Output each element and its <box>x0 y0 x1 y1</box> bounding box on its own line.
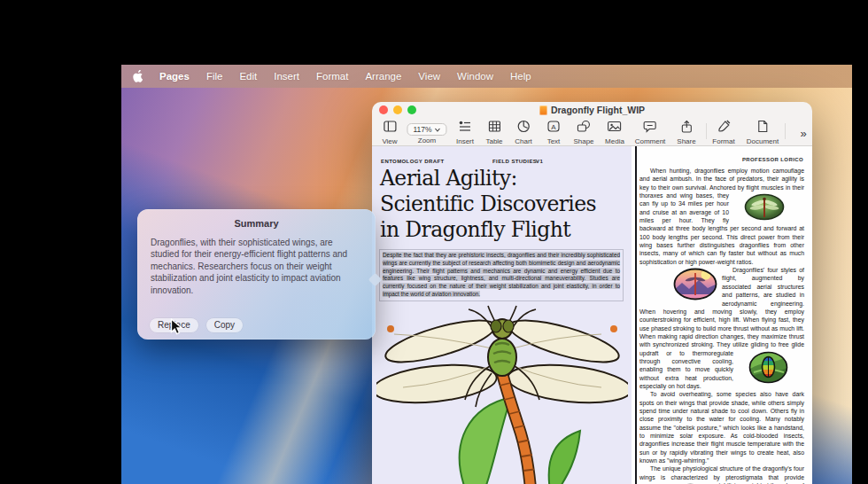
wing-lower-left <box>376 360 499 408</box>
window-title-bar: Dragonfly Flight_WIP <box>372 102 812 118</box>
mouse-cursor <box>170 318 183 335</box>
selected-text-box[interactable]: Despite the fact that they are prehistor… <box>379 249 624 301</box>
double-chevron-right-icon: » <box>800 127 806 140</box>
chevron-down-icon <box>435 128 441 132</box>
eye-left <box>491 320 501 332</box>
menu-item-edit[interactable]: Edit <box>239 71 257 82</box>
menu-item-arrange[interactable]: Arrange <box>365 71 401 82</box>
document-canvas: ENTOMOLOGY DRAFT FIELD STUDIES V1 Aerial… <box>372 146 812 484</box>
eye-right <box>503 320 514 332</box>
menu-item-help[interactable]: Help <box>510 71 531 82</box>
wing-upper-right <box>506 312 623 371</box>
toolbar-text-button[interactable]: A Text <box>546 120 561 145</box>
paragraph-2[interactable]: Dragonflies' <box>639 266 804 390</box>
inline-image-dragonfly-green[interactable] <box>733 193 785 222</box>
popup-title: Summary <box>137 209 376 229</box>
paragraph-1[interactable]: When hunting, dragonflies employ motion … <box>639 167 804 266</box>
wing-upper-left <box>382 312 499 371</box>
kicker-version[interactable]: V1 <box>536 159 543 164</box>
toolbar-share-button[interactable]: Share <box>677 120 695 145</box>
kicker-field-studies[interactable]: FIELD STUDIES <box>492 159 537 164</box>
desktop-wallpaper: Pages File Edit Insert Format Arrange Vi… <box>121 65 852 484</box>
thorax <box>488 339 516 376</box>
toolbar-overflow-button[interactable]: » <box>800 125 806 141</box>
pages-window: Dragonfly Flight_WIP View 117% Zoom Inse… <box>372 102 812 484</box>
apple-logo-icon <box>132 70 143 82</box>
document-body-text[interactable]: When hunting, dragonflies employ motion … <box>639 167 804 484</box>
wing-lower-right <box>506 360 628 408</box>
menu-item-pages[interactable]: Pages <box>159 71 190 82</box>
toolbar-table-button[interactable]: Table <box>485 120 502 145</box>
menu-item-file[interactable]: File <box>206 71 223 82</box>
document-headline[interactable]: Aerial Agility: Scientific Discoveries i… <box>380 166 630 243</box>
toolbar-document-button[interactable]: Document <box>747 120 779 145</box>
shape-icon <box>576 120 591 133</box>
document-kicker-row: ENTOMOLOGY DRAFT FIELD STUDIES V1 <box>381 159 624 166</box>
comment-bubble-icon <box>643 120 657 133</box>
popup-summary-text: Dragonflies, with their sophisticated wi… <box>137 229 376 296</box>
menu-item-format[interactable]: Format <box>316 71 348 82</box>
paragraph-4[interactable]: The unique physiological structure of th… <box>639 464 804 484</box>
toolbar-separator <box>785 123 786 139</box>
document-page-left[interactable]: ENTOMOLOGY DRAFT FIELD STUDIES V1 Aerial… <box>372 146 632 484</box>
leaf-left <box>460 397 511 484</box>
toolbar-media-button[interactable]: Media <box>605 120 624 145</box>
paragraph-3[interactable]: To avoid overheating, some species also … <box>639 390 804 464</box>
document-byline: PROFESSOR LORICO <box>637 157 803 162</box>
share-icon <box>679 120 694 133</box>
toolbar: View 117% Zoom Insert Table Chart <box>372 118 812 146</box>
apple-menu[interactable] <box>132 70 143 82</box>
toolbar-separator <box>706 123 707 139</box>
screenshot-stage: Pages File Edit Insert Format Arrange Vi… <box>0 0 868 484</box>
kicker-entomology-draft[interactable]: ENTOMOLOGY DRAFT <box>381 159 445 164</box>
selected-paragraph[interactable]: Despite the fact that they are prehistor… <box>383 252 620 297</box>
dragonfly-illustration[interactable] <box>376 302 628 484</box>
toolbar-zoom-control[interactable]: 117% Zoom <box>407 120 446 144</box>
inline-image-dragonfly-sunset[interactable] <box>663 268 717 302</box>
inline-image-beetle-leaves[interactable] <box>738 351 788 386</box>
toolbar-chart-button[interactable]: Chart <box>515 120 532 145</box>
document-page-right[interactable]: PROFESSOR LORICO When hunting, dragonfli… <box>637 146 812 484</box>
toolbar-comment-button[interactable]: Comment <box>635 120 666 145</box>
zoom-value: 117% <box>413 125 431 134</box>
copy-button[interactable]: Copy <box>206 318 243 332</box>
toolbar-insert-button[interactable]: Insert <box>456 120 474 145</box>
document-file-icon <box>539 105 547 115</box>
table-icon <box>487 120 501 133</box>
toolbar-shape-button[interactable]: Shape <box>573 120 593 145</box>
media-image-icon <box>607 120 622 133</box>
leaf-right <box>549 431 580 484</box>
text-box-icon: A <box>546 120 561 133</box>
menu-item-window[interactable]: Window <box>457 71 493 82</box>
wing-spot-right <box>610 325 617 332</box>
document-page-icon <box>756 120 769 133</box>
menu-item-view[interactable]: View <box>418 71 440 82</box>
sidebar-view-icon <box>383 120 397 133</box>
toolbar-format-button[interactable]: Format <box>712 120 734 145</box>
pie-chart-icon <box>516 120 531 133</box>
menu-item-insert[interactable]: Insert <box>274 71 299 82</box>
wing-spot-left <box>387 325 394 332</box>
svg-text:A: A <box>551 123 556 131</box>
menu-bar: Pages File Edit Insert Format Arrange Vi… <box>121 65 852 88</box>
format-brush-icon <box>717 120 731 133</box>
insert-icon <box>458 120 472 133</box>
toolbar-view-button[interactable]: View <box>382 120 397 145</box>
window-title: Dragonfly Flight_WIP <box>372 105 812 115</box>
